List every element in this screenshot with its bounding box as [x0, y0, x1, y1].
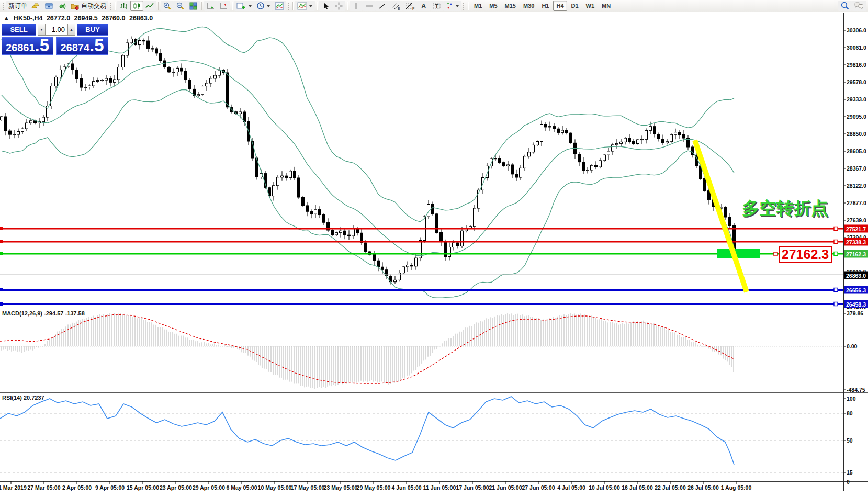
rsi-label: RSI(14) 20.7237	[2, 394, 44, 401]
price-line-label: 26458.3	[844, 300, 868, 308]
price-tick: 28122.0	[847, 183, 866, 189]
macd-tick: 0.00	[847, 343, 857, 349]
ohlc-low: 26760.0	[102, 15, 125, 22]
rsi-tick: 100	[847, 396, 856, 402]
price-tick: 30061.0	[847, 44, 866, 51]
rsi-tick: 50	[847, 437, 853, 444]
macd-tick: -484.75	[847, 387, 865, 393]
collapse-panel-icon[interactable]: ▲	[3, 15, 9, 22]
price-tick: 29816.0	[847, 62, 866, 68]
price-line-label: 27162.3	[844, 250, 868, 258]
ohlc-high: 26949.5	[74, 15, 98, 22]
price-line-label: 26656.3	[844, 286, 868, 294]
volume-down-button[interactable]: ▼	[38, 24, 46, 36]
price-tick: 28850.0	[847, 131, 866, 137]
sell-price-frac: .5	[35, 38, 50, 53]
rsi-tick: 0	[847, 479, 850, 485]
ohlc-open: 26772.0	[47, 15, 70, 22]
price-line-label: 26863.0	[844, 272, 868, 279]
buy-button[interactable]: BUY	[77, 24, 108, 36]
price-tick: 29578.0	[847, 79, 866, 85]
macd-label: MACD(12,26,9) -294.57 -137.58	[2, 310, 85, 317]
price-tick: 28367.0	[847, 165, 866, 172]
buy-price[interactable]: 26874.5	[56, 37, 108, 55]
sell-price[interactable]: 26861.5	[2, 37, 53, 55]
rsi-tick: 15	[847, 469, 853, 476]
price-tick: 29333.0	[847, 96, 866, 103]
price-tick: 30306.0	[847, 27, 866, 33]
ohlc-close: 26863.0	[129, 15, 153, 22]
volume-up-button[interactable]: ▲	[67, 24, 75, 36]
price-tick: 29095.0	[847, 114, 866, 120]
one-click-trading-panel: SELL ▼ ▲ BUY 26861.5 26874.5	[2, 24, 108, 55]
turning-point-annotation[interactable]: 多空转折点	[742, 197, 828, 220]
buy-price-frac: .5	[89, 38, 104, 53]
price-tick: 27639.0	[847, 217, 866, 223]
mt4-window: 新订单 自动交易	[0, 0, 868, 497]
volume-input[interactable]	[46, 24, 67, 36]
chart-plot-area[interactable]	[0, 0, 868, 497]
sell-price-main: 26861	[6, 42, 35, 54]
price-tick: 28605.0	[847, 148, 866, 154]
chart-header: ▲ HK50-,H4 26772.0 26949.5 26760.0 26863…	[3, 15, 155, 22]
rsi-tick: 80	[847, 410, 853, 416]
price-tick: 27877.0	[847, 200, 866, 206]
price-callout-label[interactable]: 27162.3	[779, 246, 832, 263]
price-line-label: 27338.3	[844, 238, 868, 246]
buy-price-main: 26874	[60, 42, 89, 54]
macd-tick: 379.86	[847, 310, 863, 317]
symbol-period-label: HK50-,H4	[14, 15, 43, 22]
sell-button[interactable]: SELL	[2, 24, 36, 36]
price-line-label: 27521.7	[844, 225, 868, 233]
